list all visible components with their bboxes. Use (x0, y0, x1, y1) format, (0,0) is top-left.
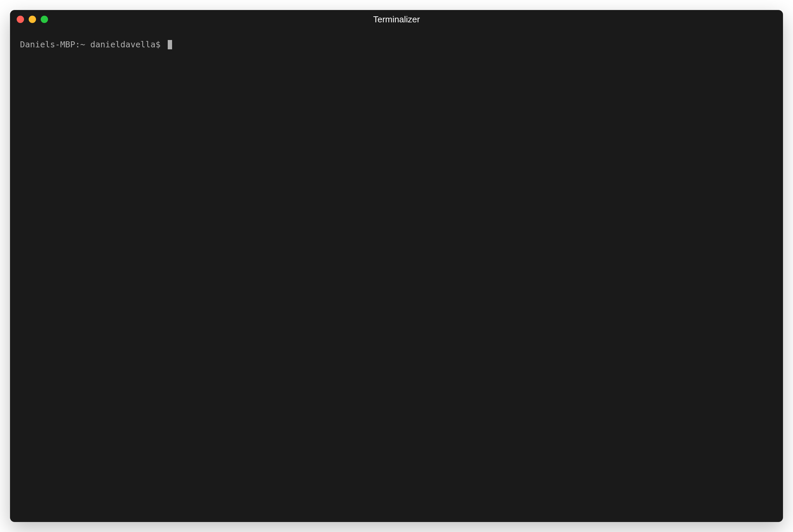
cursor-icon (168, 40, 172, 49)
prompt-line: Daniels-MBP:~ danieldavella$ (20, 39, 773, 50)
close-button[interactable] (17, 16, 24, 23)
window-title: Terminalizer (373, 14, 420, 25)
traffic-lights (17, 16, 48, 23)
title-bar: Terminalizer (10, 10, 783, 28)
prompt-text: Daniels-MBP:~ danieldavella$ (20, 39, 166, 50)
terminal-window: Terminalizer Daniels-MBP:~ danieldavella… (10, 10, 783, 522)
minimize-button[interactable] (29, 16, 36, 23)
maximize-button[interactable] (41, 16, 48, 23)
terminal-body[interactable]: Daniels-MBP:~ danieldavella$ (10, 28, 783, 522)
